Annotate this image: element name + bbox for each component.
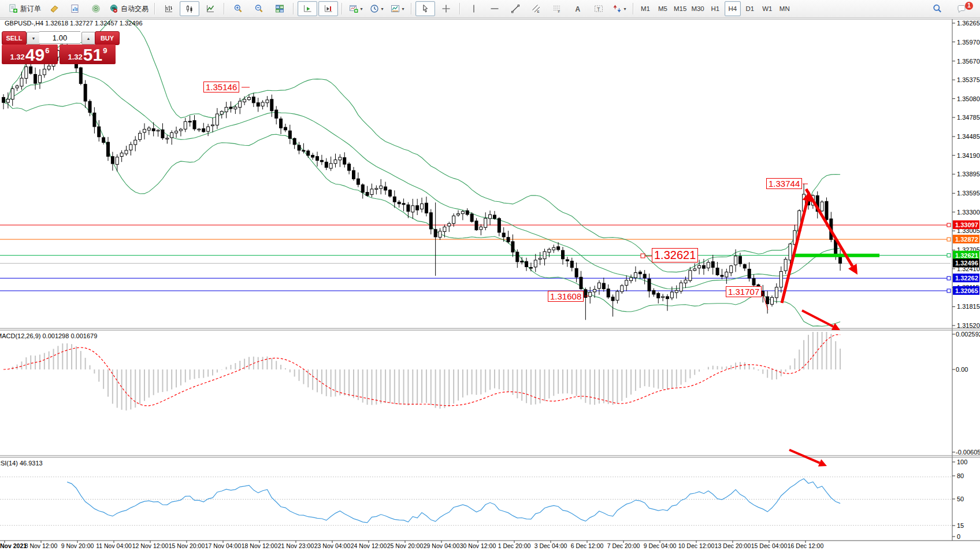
toolbar-separator (633, 3, 634, 14)
text-label-button[interactable]: T (589, 1, 608, 16)
crosshair-icon (441, 4, 451, 13)
arrows-button[interactable]: ▾ (610, 1, 629, 16)
tf-m15-button[interactable]: M15 (672, 1, 688, 16)
time-label: 8 Nov 12:00 (25, 542, 58, 549)
candlestick-icon (185, 4, 194, 13)
time-label: 25 Nov 20:00 (387, 542, 423, 549)
text-button[interactable]: A (568, 1, 588, 16)
time-label: 10 Dec 12:00 (678, 542, 714, 549)
tf-w1-button-label: W1 (762, 5, 772, 12)
dropdown-caret-icon[interactable]: ▾ (381, 6, 383, 12)
tf-m1-button[interactable]: M1 (637, 1, 654, 16)
dropdown-caret-icon[interactable]: ▾ (360, 6, 362, 12)
horizontal-line-button[interactable] (485, 1, 504, 16)
svg-text:E: E (537, 10, 540, 13)
time-label: 3 Dec 04:00 (534, 542, 567, 549)
tf-mn-button[interactable]: MN (777, 1, 793, 16)
text-label-icon: T (594, 4, 603, 13)
time-label: 9 Dec 04:00 (644, 542, 677, 549)
tf-d1-button-label: D1 (745, 5, 754, 12)
bar-chart-button[interactable] (159, 1, 179, 16)
tf-h1-button-label: H1 (711, 5, 719, 12)
svg-text:0: 0 (957, 533, 960, 540)
indicators-button[interactable]: ▾ (346, 1, 366, 16)
dropdown-caret-icon[interactable]: ▾ (402, 6, 404, 12)
indicators-icon (349, 4, 358, 13)
new-order-button[interactable]: 新订单 (6, 1, 43, 16)
svg-text:1.34485: 1.34485 (957, 133, 980, 140)
price-annotation[interactable]: 1.31707 (726, 286, 762, 297)
tf-m1-button-label: M1 (641, 5, 650, 12)
notifications-button[interactable]: 1 (952, 1, 971, 16)
price-annotation[interactable]: 1.33744 (766, 178, 802, 189)
new-chart-button[interactable] (44, 1, 64, 16)
tf-m5-button[interactable]: M5 (655, 1, 671, 16)
candlestick-button[interactable] (180, 1, 199, 16)
periods-button[interactable]: ▾ (367, 1, 387, 16)
equidistant-channel-button[interactable]: E (526, 1, 546, 16)
line-chart-button[interactable] (201, 1, 220, 16)
svg-text:1.34785: 1.34785 (957, 114, 980, 121)
auto-trading-button[interactable]: 自动交易 (107, 1, 151, 16)
zoom-in-button[interactable] (228, 1, 248, 16)
svg-text:50: 50 (957, 495, 964, 502)
buy-price-panel[interactable]: 1.32 51 9 (60, 45, 116, 64)
tf-h1-button[interactable]: H1 (707, 1, 723, 16)
templates-button[interactable]: ▾ (388, 1, 407, 16)
price-annotation[interactable]: 1.31608 (548, 291, 584, 302)
tf-m30-button[interactable]: M30 (689, 1, 706, 16)
signals-button[interactable] (86, 1, 106, 16)
chart-shift-button[interactable] (318, 1, 338, 16)
svg-text:1.33595: 1.33595 (957, 190, 980, 197)
tf-w1-button[interactable]: W1 (759, 1, 775, 16)
tile-windows-button[interactable] (270, 1, 289, 16)
time-label: 15 Nov 20:00 (169, 542, 205, 549)
chart-shift-icon (324, 4, 333, 13)
toolbar-separator (341, 3, 343, 14)
time-axis[interactable]: Nov 20218 Nov 12:009 Nov 20:0011 Nov 04:… (0, 541, 980, 551)
time-label: 17 Nov 04:00 (205, 542, 241, 549)
tf-mn-button-label: MN (779, 5, 790, 12)
svg-text:1.32262: 1.32262 (955, 275, 978, 282)
auto-scroll-button[interactable] (298, 1, 317, 16)
sell-price-prefix: 1.32 (10, 53, 25, 61)
zoom-out-button[interactable] (249, 1, 269, 16)
new-order-button-label: 新订单 (20, 4, 41, 14)
toolbar-separator (293, 3, 294, 14)
trendline-button[interactable] (506, 1, 525, 16)
crosshair-button[interactable] (436, 1, 456, 16)
price-annotation[interactable]: 1.35146 (203, 82, 239, 93)
time-label: 9 Nov 20:00 (61, 542, 94, 549)
dropdown-caret-icon[interactable]: ▾ (623, 6, 626, 12)
profiles-button[interactable] (65, 1, 85, 16)
tf-m5-button-label: M5 (658, 5, 667, 12)
chart-area[interactable]: 1.362651.359701.356701.353751.350801.347… (0, 18, 980, 551)
chart-canvas[interactable]: 1.362651.359701.356701.353751.350801.347… (0, 0, 980, 551)
sell-button[interactable]: SELL (2, 31, 27, 45)
volume-decrease-button[interactable]: ▼ (27, 32, 40, 45)
vertical-line-button[interactable] (464, 1, 484, 16)
periods-icon (370, 4, 379, 13)
volume-increase-button[interactable]: ▲ (81, 32, 95, 45)
time-label: 15 Dec 04:00 (751, 542, 787, 549)
svg-text:1.31815: 1.31815 (957, 303, 980, 310)
tf-d1-button[interactable]: D1 (742, 1, 758, 16)
price-annotation[interactable]: 1.32621 (652, 248, 698, 262)
cursor-button[interactable] (415, 1, 435, 16)
mt4-window: 新订单自动交易▾▾▾EFAT▾M1M5M15M30H1H4D1W1MN 1 1.… (0, 0, 980, 551)
buy-price-pip: 9 (103, 46, 107, 55)
toolbar: 新订单自动交易▾▾▾EFAT▾M1M5M15M30H1H4D1W1MN 1 (0, 0, 980, 18)
svg-text:1.33097: 1.33097 (955, 221, 978, 228)
signals-icon (91, 4, 101, 13)
vertical-line-icon (469, 4, 478, 13)
time-label: 1 Dec 20:00 (498, 542, 531, 549)
tf-h4-button[interactable]: H4 (725, 1, 741, 16)
volume-input[interactable] (39, 31, 80, 44)
buy-price-main: 51 (83, 47, 102, 63)
channel-icon: E (532, 4, 541, 13)
time-label: 7 Dec 20:00 (607, 542, 640, 549)
search-button[interactable] (927, 1, 947, 16)
buy-button[interactable]: BUY (95, 31, 120, 45)
fibonacci-button[interactable]: F (547, 1, 567, 16)
sell-price-panel[interactable]: 1.32 49 6 (2, 45, 58, 64)
